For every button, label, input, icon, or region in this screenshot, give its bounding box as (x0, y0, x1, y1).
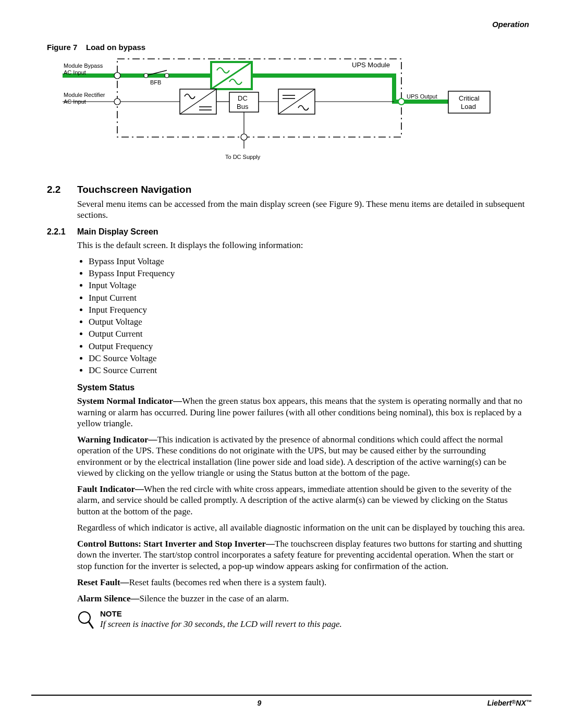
diag-label-module-bypass: Module Bypass (64, 63, 103, 69)
page-number: 9 (31, 699, 487, 707)
diag-inverter-box (278, 89, 315, 114)
svg-point-6 (165, 73, 169, 78)
note-label: NOTE (100, 609, 532, 618)
figure-diagram: UPS Module Module Bypass AC Input Module… (63, 55, 532, 175)
intro-2-2-1: This is the default screen. It displays … (77, 240, 527, 251)
svg-text:Load: Load (461, 103, 476, 110)
list-item: Output Frequency (89, 341, 527, 352)
diag-critical-load-box: Critical Load (448, 91, 490, 113)
svg-line-30 (89, 622, 93, 628)
diag-label-module-rectifier: Module Rectifier (64, 92, 105, 98)
svg-point-5 (144, 73, 148, 78)
list-item: Input Frequency (89, 304, 527, 315)
svg-text:DC: DC (238, 94, 248, 102)
diag-dc-bus-box: DC Bus (229, 92, 259, 112)
heading-system-status: System Status (77, 383, 532, 392)
heading-num: 2.2 (47, 184, 77, 195)
heading-2-2: 2.2 Touchscreen Navigation (31, 184, 532, 195)
footer-brand: Liebert®NX™ (487, 699, 532, 707)
page-footer: 9 Liebert®NX™ (31, 695, 532, 707)
heading-title: Touchscreen Navigation (77, 184, 191, 195)
list-item: Input Current (89, 292, 527, 303)
diag-label-ac-input-1: AC Input (64, 69, 86, 76)
note-block: NOTE If screen is inactive for 30 second… (77, 609, 532, 630)
para-alarm-silence: Alarm Silence—Silence the buzzer in the … (77, 593, 527, 604)
intro-2-2: Several menu items can be accessed from … (77, 199, 527, 221)
list-item: Bypass Input Voltage (89, 256, 527, 267)
heading-2-2-1: 2.2.1 Main Display Screen (31, 227, 532, 237)
diag-rectifier-box (180, 89, 216, 114)
svg-rect-0 (117, 59, 401, 137)
svg-point-3 (114, 98, 120, 105)
para-reset-fault: Reset Fault—Reset faults (becomes red wh… (77, 577, 527, 588)
svg-point-28 (241, 134, 247, 140)
note-text: If screen is inactive for 30 seconds, th… (100, 619, 532, 630)
list-item: DC Source Current (89, 365, 527, 376)
heading-num: 2.2.1 (47, 227, 77, 237)
para-fault-indicator: Fault Indicator—When the red circle with… (77, 484, 527, 517)
list-item: Output Voltage (89, 316, 527, 327)
para-warning-indicator: Warning Indicator—This indication is act… (77, 434, 527, 478)
svg-text:Critical: Critical (459, 94, 480, 102)
diag-label-ups-module: UPS Module (352, 61, 390, 69)
list-item: Input Voltage (89, 280, 527, 291)
heading-title: Main Display Screen (77, 227, 158, 237)
figure-label: Figure 7 (47, 43, 77, 52)
list-item: Output Current (89, 328, 527, 339)
list-item: DC Source Voltage (89, 353, 527, 364)
diag-label-bfb: BFB (150, 79, 161, 85)
para-diagnostic-info: Regardless of which indicator is active,… (77, 522, 527, 533)
para-system-normal: System Normal Indicator—When the green s… (77, 396, 527, 429)
svg-point-2 (114, 72, 120, 79)
diag-static-bypass-box (211, 62, 252, 89)
diag-label-to-dc-supply: To DC Supply (225, 154, 261, 160)
list-item: Bypass Input Frequency (89, 268, 527, 279)
svg-point-23 (398, 98, 405, 105)
figure-title: Load on bypass (86, 43, 145, 52)
figure-caption: Figure 7 Load on bypass (47, 43, 532, 52)
svg-text:Bus: Bus (237, 103, 249, 110)
para-control-buttons: Control Buttons: Start Inverter and Stop… (77, 538, 527, 572)
diag-label-ups-output: UPS Output (407, 93, 437, 100)
header-section: Operation (492, 20, 529, 29)
magnifier-icon (77, 609, 100, 630)
display-info-list: Bypass Input Voltage Bypass Input Freque… (77, 256, 527, 376)
